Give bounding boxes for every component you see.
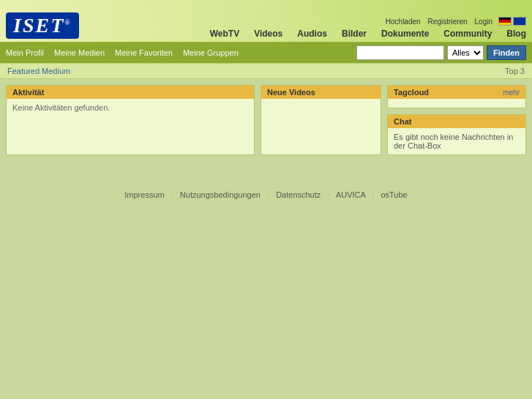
auvica-link[interactable]: AUVICA xyxy=(336,190,365,199)
nav-blog[interactable]: Blog xyxy=(506,29,526,39)
aktivitaet-panel-header: Aktivität xyxy=(7,86,254,99)
search-select[interactable]: Alles xyxy=(447,45,484,60)
nav-bilder[interactable]: Bilder xyxy=(342,29,367,39)
tagcloud-body xyxy=(388,99,525,108)
aktivitaet-panel: Aktivität Keine Aktivitäten gefunden. xyxy=(6,85,255,155)
chat-panel-body: Es gibt noch keine Nachrichten in der Ch… xyxy=(388,128,525,154)
toolbar-left: Mein Profil Meine Medien Meine Favoriten… xyxy=(6,48,239,57)
neue-videos-panel-body xyxy=(261,99,381,108)
tagcloud-title: Tagcloud xyxy=(394,88,429,97)
meine-favoriten-link[interactable]: Meine Favoriten xyxy=(115,48,173,57)
nav-webtv[interactable]: WebTV xyxy=(210,29,239,39)
nav-community[interactable]: Community xyxy=(443,29,492,39)
chat-panel-header: Chat xyxy=(388,115,525,128)
ostube-link[interactable]: osTube xyxy=(381,190,407,199)
footer: Impressum · Nutzungsbedingungen · Datens… xyxy=(0,183,532,206)
sep3: · xyxy=(327,190,329,199)
meine-gruppen-link[interactable]: Meine Gruppen xyxy=(183,48,239,57)
nav-videos[interactable]: Videos xyxy=(254,29,282,39)
chat-empty-msg: Es gibt noch keine Nachrichten in der Ch… xyxy=(394,133,513,150)
aktivitaet-panel-body: Keine Aktivitäten gefunden. xyxy=(7,99,254,116)
main-content: Aktivität Keine Aktivitäten gefunden. Ne… xyxy=(0,79,532,161)
header: ISET® Hochladen Registrieren Login WebTV… xyxy=(0,0,532,42)
neue-videos-panel: Neue Videos xyxy=(261,85,381,155)
impressum-link[interactable]: Impressum xyxy=(124,190,164,199)
hochladen-link[interactable]: Hochladen xyxy=(386,18,421,26)
login-link[interactable]: Login xyxy=(475,18,492,26)
mein-profil-link[interactable]: Mein Profil xyxy=(6,48,44,57)
logo: ISET® xyxy=(6,12,79,39)
search-input[interactable] xyxy=(356,45,444,60)
tagcloud-mehr-link[interactable]: mehr xyxy=(503,89,520,97)
sep1: · xyxy=(171,190,173,199)
sep2: · xyxy=(267,190,269,199)
search-button[interactable]: Finden xyxy=(487,45,526,60)
nav-audios[interactable]: Audios xyxy=(297,29,327,39)
meine-medien-link[interactable]: Meine Medien xyxy=(54,48,105,57)
flag-de-icon[interactable] xyxy=(498,17,512,26)
toolbar-right: Alles Finden xyxy=(356,45,526,60)
neue-videos-panel-header: Neue Videos xyxy=(261,86,381,99)
page-wrapper: ISET® Hochladen Registrieren Login WebTV… xyxy=(0,0,532,399)
logo-trademark: ® xyxy=(64,18,71,26)
top-links: Hochladen Registrieren Login xyxy=(386,18,492,26)
featured-medium-link[interactable]: Featured Medium xyxy=(7,67,70,75)
toolbar: Mein Profil Meine Medien Meine Favoriten… xyxy=(0,42,532,63)
logo-text: ISET xyxy=(13,14,64,37)
main-nav: WebTV Videos Audios Bilder Dokumente Com… xyxy=(210,29,526,39)
registrieren-link[interactable]: Registrieren xyxy=(428,18,468,26)
nutzungsbedingungen-link[interactable]: Nutzungsbedingungen xyxy=(180,190,261,199)
tagcloud-panel: Tagcloud mehr xyxy=(387,85,526,108)
aktivitaet-empty-msg: Keine Aktivitäten gefunden. xyxy=(12,103,110,112)
chat-title: Chat xyxy=(394,117,411,126)
logo-area: ISET® xyxy=(6,12,79,39)
tagcloud-header: Tagcloud mehr xyxy=(388,86,525,99)
chat-panel: Chat Es gibt noch keine Nachrichten in d… xyxy=(387,114,526,155)
datenschutz-link[interactable]: Datenschutz xyxy=(276,190,321,199)
neue-videos-title: Neue Videos xyxy=(267,88,315,97)
flag-icons xyxy=(498,17,526,26)
top3-label: Top 3 xyxy=(505,67,525,75)
aktivitaet-title: Aktivität xyxy=(12,88,44,97)
nav-dokumente[interactable]: Dokumente xyxy=(381,29,429,39)
flag-en-icon[interactable] xyxy=(513,17,526,26)
right-column: Tagcloud mehr Chat Es gibt noch keine Na… xyxy=(387,85,526,155)
content-header: Featured Medium Top 3 xyxy=(0,63,532,79)
sep4: · xyxy=(372,190,374,199)
nav-top-right: Hochladen Registrieren Login WebTV Video… xyxy=(210,17,526,39)
